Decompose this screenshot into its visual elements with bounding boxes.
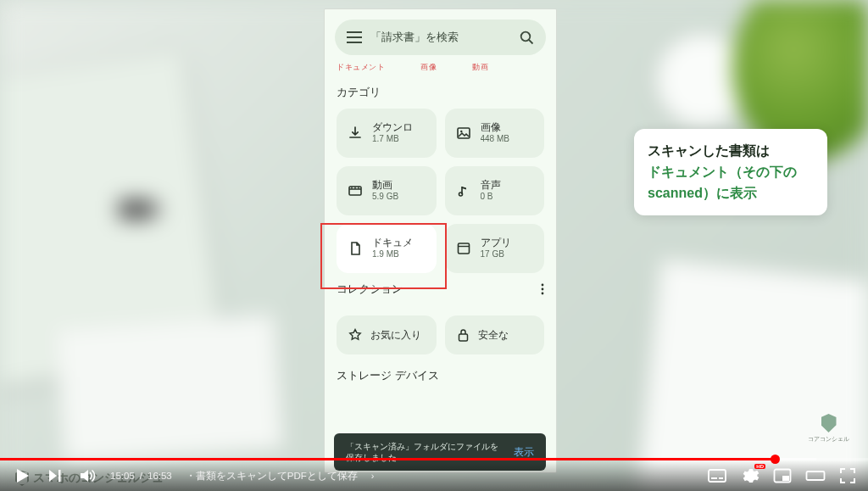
hd-badge: HD (754, 464, 765, 469)
category-size: 0 B (481, 192, 501, 203)
collection-label: お気に入り (370, 328, 421, 343)
video-frame: 「請求書」を検索 ドキュメント 画像 動画 カテゴリ ダウンロ 1.7 MB (0, 0, 868, 491)
collection-favorites[interactable]: お気に入り (337, 315, 437, 354)
collection-label: 安全な (478, 328, 509, 343)
category-name: ドキュメ (372, 237, 413, 249)
svg-rect-16 (807, 471, 825, 480)
hamburger-icon[interactable] (347, 31, 362, 43)
document-icon (347, 241, 364, 256)
collection-row: お気に入り 安全な (325, 305, 556, 354)
audio-icon (455, 183, 472, 198)
svg-point-0 (521, 31, 531, 41)
svg-point-7 (542, 288, 544, 291)
category-size: 448 MB (481, 134, 509, 145)
play-button[interactable] (12, 466, 32, 486)
collection-safe[interactable]: 安全な (445, 315, 545, 354)
section-storage-title: ストレージ デバイス (325, 354, 556, 392)
more-icon[interactable] (541, 283, 544, 295)
time-display: 15:05 / 16:53 (110, 471, 172, 481)
tab-documents[interactable]: ドキュメント (337, 62, 385, 73)
category-documents[interactable]: ドキュメ 1.9 MB (337, 224, 437, 273)
category-name: アプリ (481, 237, 511, 249)
filter-tabs: ドキュメント 画像 動画 (325, 62, 556, 78)
subtitles-button[interactable] (707, 467, 727, 484)
watermark-label: コアコンシェル (808, 435, 849, 444)
search-icon[interactable] (520, 31, 534, 45)
svg-rect-12 (711, 477, 717, 479)
video-icon (347, 183, 364, 198)
svg-rect-5 (458, 243, 469, 254)
svg-rect-11 (709, 470, 726, 482)
total-time: 16:53 (147, 471, 172, 481)
chapter-title[interactable]: ・書類をスキャンしてPDFとして保存 (186, 470, 358, 483)
category-size: 1.7 MB (372, 134, 413, 145)
section-collection-title: コレクション (337, 282, 403, 297)
chevron-right-icon[interactable]: › (371, 471, 375, 481)
category-images[interactable]: 画像 448 MB (445, 109, 545, 158)
star-icon (348, 328, 362, 342)
player-controls: 15:05 / 16:53 ・書類をスキャンしてPDFとして保存 › HD (0, 460, 868, 491)
next-button[interactable] (46, 466, 64, 485)
section-category-title: カテゴリ (325, 78, 556, 109)
download-icon (347, 126, 364, 141)
miniplayer-button[interactable] (773, 468, 792, 483)
shield-icon (821, 414, 837, 432)
svg-point-4 (459, 192, 462, 196)
svg-rect-9 (459, 334, 467, 341)
category-audio[interactable]: 音声 0 B (445, 166, 545, 215)
settings-button[interactable]: HD (741, 466, 760, 485)
category-size: 17 GB (481, 249, 511, 260)
category-name: 画像 (481, 121, 509, 134)
category-grid: ダウンロ 1.7 MB 画像 448 MB 動画 5.9 (325, 109, 556, 273)
fullscreen-button[interactable] (839, 467, 856, 484)
callout-line2: ドキュメント（その下のscanned）に表示 (648, 162, 814, 204)
annotation-callout: スキャンした書類は ドキュメント（その下のscanned）に表示 (634, 129, 827, 215)
category-name: 動画 (372, 179, 398, 192)
phone-screenshot: 「請求書」を検索 ドキュメント 画像 動画 カテゴリ ダウンロ 1.7 MB (324, 8, 557, 473)
tab-images[interactable]: 画像 (420, 62, 437, 73)
lock-icon (457, 328, 470, 342)
svg-rect-15 (782, 476, 789, 481)
svg-rect-13 (719, 477, 723, 479)
callout-line1: スキャンした書類は (648, 141, 814, 162)
category-videos[interactable]: 動画 5.9 GB (337, 166, 437, 215)
volume-button[interactable] (78, 466, 97, 485)
search-placeholder: 「請求書」を検索 (370, 30, 511, 45)
toast-action-button[interactable]: 表示 (514, 445, 534, 460)
section-collection: コレクション (325, 273, 556, 305)
category-apps[interactable]: アプリ 17 GB (445, 224, 545, 273)
category-download[interactable]: ダウンロ 1.7 MB (337, 109, 437, 158)
category-size: 1.9 MB (372, 249, 413, 260)
tab-videos[interactable]: 動画 (472, 62, 488, 73)
search-bar[interactable]: 「請求書」を検索 (335, 20, 546, 55)
svg-point-6 (542, 284, 544, 287)
current-time: 15:05 (110, 471, 135, 481)
svg-rect-10 (58, 470, 61, 482)
watermark-badge: コアコンシェル (808, 414, 849, 444)
svg-point-8 (542, 293, 544, 295)
apps-icon (455, 241, 472, 256)
theater-button[interactable] (805, 468, 826, 483)
image-icon (455, 126, 472, 141)
svg-point-2 (460, 131, 462, 132)
category-name: ダウンロ (372, 121, 413, 134)
category-name: 音声 (481, 179, 501, 192)
category-size: 5.9 GB (372, 192, 398, 203)
svg-rect-1 (458, 128, 470, 138)
